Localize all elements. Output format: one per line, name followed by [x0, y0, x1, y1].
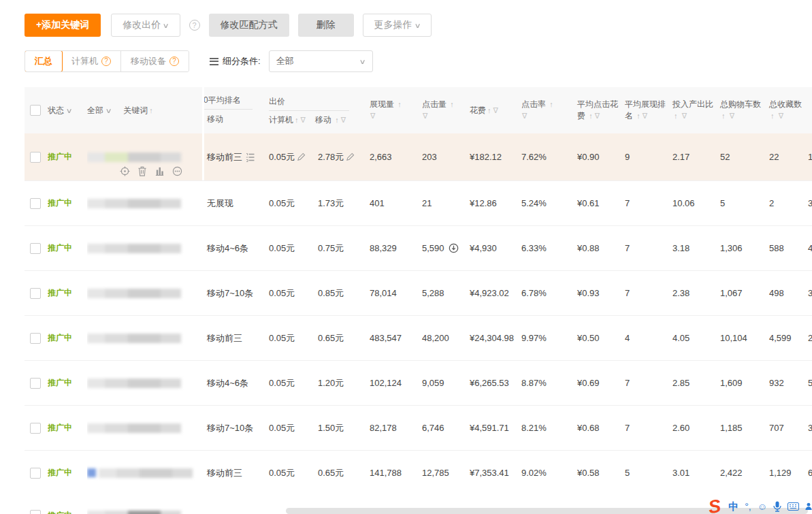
keyword-sort[interactable]: 关键词↑	[123, 105, 155, 116]
row-checkbox[interactable]	[30, 152, 41, 163]
filter-funnel-icon[interactable]: ∇	[423, 112, 427, 120]
keyword-cell[interactable]	[87, 361, 202, 405]
keyword-cell[interactable]	[87, 271, 202, 315]
question-circle-icon[interactable]: ?	[169, 57, 179, 66]
col-total-fav[interactable]: 总收藏数↑ ∇	[764, 87, 803, 133]
col-ctr[interactable]: 点击率 ↑∇	[519, 87, 574, 133]
delete-button[interactable]: 删除	[298, 14, 354, 37]
filter-funnel-icon[interactable]: ∇	[522, 112, 527, 120]
row-checkbox[interactable]	[30, 378, 41, 389]
edit-pencil-icon[interactable]	[297, 152, 306, 161]
ordered-list-icon[interactable]	[246, 152, 255, 162]
row-checkbox[interactable]	[30, 198, 41, 209]
bid-pc-value: 0.05元	[269, 151, 295, 163]
table-row[interactable]: 推广中 移动前三 0.05元 0.65元 483,547 48,200 ¥24,…	[25, 316, 812, 361]
col-bid-pc[interactable]: 计算机↑∇	[269, 115, 306, 125]
device-tabs-row: 汇总 计算机 ? 移动设备 ? 细分条件: 全部 ∨	[25, 50, 373, 72]
table-row[interactable]: 推广中 移动前三 0.05元 0.65元 141,788 12,785 ¥7,3…	[25, 451, 812, 495]
total-fav-value: 22	[769, 152, 779, 162]
keyword-cell[interactable]	[87, 316, 202, 360]
row-checkbox[interactable]	[30, 423, 41, 434]
ime-language-toggle[interactable]: 中	[728, 500, 738, 513]
row-checkbox[interactable]	[30, 288, 41, 299]
add-keyword-button[interactable]: +添加关键词	[25, 14, 101, 37]
clicks-value: 12,785	[422, 468, 449, 478]
col-impressions[interactable]: 展现量 ↑∇	[366, 87, 420, 133]
filter-funnel-icon[interactable]: ∇	[779, 112, 783, 120]
table-row[interactable]: 推广中 移动4~6条 0.05元 1.20元 102,124 9,059 ¥6,…	[25, 361, 812, 406]
table-row[interactable]: 推广中 移动前三 0.05元 2.78元 2,663 203 ¥182.12 7…	[25, 133, 812, 181]
microphone-icon[interactable]	[773, 501, 781, 512]
table-row[interactable]: 推广中 无展现 0.05元 1.73元 401 21 ¥12.86 5.24% …	[25, 181, 812, 226]
ctr-value: 9.97%	[521, 333, 547, 343]
select-all-checkbox[interactable]	[30, 105, 41, 116]
col-roi[interactable]: 投入产出比↑ ∇	[669, 87, 717, 133]
col-avg-show-rank[interactable]: 平均展现排名 ↑∇	[621, 87, 669, 133]
person-icon[interactable]	[805, 501, 812, 512]
filter-funnel-icon[interactable]: ∇	[341, 116, 346, 124]
sogou-logo-icon[interactable]: S	[708, 498, 722, 514]
col-status[interactable]: 状态∨	[48, 87, 87, 133]
table-row[interactable]: 推广中 移动7~10条 0.05元 1.50元 82,178 6,746 ¥4,…	[25, 406, 812, 451]
filter-funnel-icon[interactable]: ∇	[493, 105, 498, 116]
keyword-filter-all[interactable]: 全部∨	[87, 105, 111, 116]
clicks-value: 6,746	[422, 423, 444, 433]
keyboard-icon[interactable]	[787, 502, 799, 511]
col-avg-cpc[interactable]: 平均点击花费 ↑∇	[574, 87, 621, 133]
tab-mobile[interactable]: 移动设备 ?	[121, 51, 189, 71]
roi-value: 2.17	[672, 152, 689, 162]
edit-pencil-icon[interactable]	[346, 152, 355, 161]
avg-show-rank-value: 7	[625, 423, 630, 433]
keywords-table: 状态∨ 全部∨ 关键词↑ 0平均排名 移动 出价 计算机↑∇ 移动 ↑∇	[25, 87, 812, 495]
filter-funnel-icon[interactable]: ∇	[643, 112, 647, 120]
filter-funnel-icon[interactable]: ∇	[730, 112, 734, 120]
col-total-cart[interactable]: 总购物车数↑ ∇	[717, 87, 764, 133]
table-row[interactable]: 推广中 移动4~6条 0.05元 0.75元 88,329 5,590 ¥4,9…	[25, 226, 812, 271]
target-icon[interactable]	[120, 166, 130, 176]
row-checkbox[interactable]	[30, 333, 41, 344]
trash-icon[interactable]	[137, 166, 147, 176]
total-cart-value: 10,104	[720, 333, 747, 343]
filter-funnel-icon[interactable]: ∇	[301, 116, 306, 124]
col-bid-mobile[interactable]: 移动 ↑∇	[315, 115, 346, 125]
more-actions-label: 更多操作	[374, 19, 412, 31]
keyword-blurred	[87, 468, 193, 479]
avg-show-rank-value: 5	[625, 468, 630, 478]
keyword-cell[interactable]	[87, 406, 202, 450]
bar-chart-icon[interactable]	[155, 166, 165, 176]
ctr-value: 9.02%	[521, 468, 547, 478]
filter-funnel-icon[interactable]: ∇	[682, 112, 687, 120]
modify-bid-button[interactable]: 修改出价 ∨	[111, 14, 180, 37]
keyword-cell[interactable]	[87, 181, 202, 225]
row-checkbox[interactable]	[30, 510, 41, 514]
help-icon[interactable]: ?	[189, 20, 200, 31]
keyword-cell[interactable]	[87, 226, 202, 270]
table-row[interactable]: 推广中 移动7~10条 0.05元 0.85元 78,014 5,288 ¥4,…	[25, 271, 812, 316]
segment-filter-select[interactable]: 全部 ∨	[269, 50, 373, 72]
row-checkbox[interactable]	[30, 243, 41, 254]
tab-computer[interactable]: 计算机 ?	[62, 51, 121, 71]
emoji-icon[interactable]: ☺	[758, 501, 767, 512]
status-badge: 推广中	[48, 332, 72, 344]
question-circle-icon[interactable]: ?	[101, 57, 111, 66]
sort-asc-icon: ↑	[770, 112, 775, 120]
total-fav-value: 1,129	[769, 468, 792, 478]
more-actions-button[interactable]: 更多操作 ∨	[363, 14, 432, 37]
col-clicks[interactable]: 点击量 ↑∇	[420, 87, 466, 133]
modify-match-button[interactable]: 修改匹配方式	[209, 14, 289, 37]
keyword-cell[interactable]	[87, 508, 202, 514]
filter-funnel-icon[interactable]: ∇	[595, 112, 600, 120]
keyword-cell[interactable]	[87, 451, 202, 495]
ime-punctuation-icon[interactable]: °,	[745, 501, 751, 512]
keyword-cell[interactable]	[87, 133, 202, 180]
tab-summary[interactable]: 汇总	[25, 50, 63, 72]
more-circle-icon[interactable]	[172, 166, 182, 176]
total-cart-value: 5	[720, 198, 725, 208]
col-avg-rank-group[interactable]: 0平均排名 移动	[204, 87, 265, 133]
row-checkbox[interactable]	[30, 468, 41, 479]
cost-value: ¥4,591.71	[470, 421, 509, 435]
download-circle-icon[interactable]	[449, 243, 459, 253]
filter-funnel-icon[interactable]: ∇	[370, 112, 375, 120]
bid-pc-value: 0.05元	[269, 332, 295, 344]
col-cost[interactable]: 花费 ↑∇	[466, 87, 519, 133]
